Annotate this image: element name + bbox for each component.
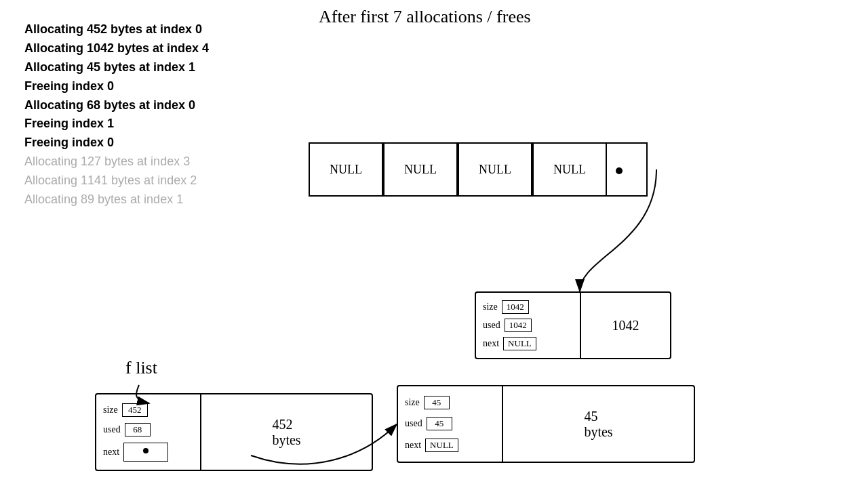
log-item-9: Allocating 89 bytes at index 1 [24,190,269,209]
flist-label: f list [125,358,157,378]
array-cell-0: NULL [309,142,383,197]
block-452: size 452 used 68 next 452bytes [95,393,373,471]
used-label: used [483,320,500,331]
array-row: NULL NULL NULL NULL [309,142,648,197]
meta-used-row: used 1042 [483,319,573,332]
array-cell-3: NULL [532,142,607,197]
45-next-label: next [405,440,421,451]
block-1042: size 1042 used 1042 next NULL 1042 [475,291,671,359]
log-panel: Allocating 452 bytes at index 0Allocatin… [24,20,269,209]
svg-point-1 [143,448,149,453]
log-item-7: Allocating 127 bytes at index 3 [24,152,269,171]
used-value: 1042 [505,319,532,332]
45-size-label: size [405,397,420,408]
452-used-value: 68 [125,423,151,436]
452-used-label: used [103,424,121,435]
log-item-4: Allocating 68 bytes at index 0 [24,96,269,115]
next-label: next [483,338,499,349]
45-used-label: used [405,418,422,429]
log-item-1: Allocating 1042 bytes at index 4 [24,39,269,58]
meta-size-row: size 1042 [483,300,573,314]
log-item-0: Allocating 452 bytes at index 0 [24,20,269,39]
log-item-8: Allocating 1141 bytes at index 2 [24,171,269,190]
meta-next-row: next NULL [483,337,573,350]
meta-452-used-row: used 68 [103,423,193,436]
meta-45-used-row: used 45 [405,417,495,430]
array-container: NULL NULL NULL NULL [309,142,648,197]
45-used-value: 45 [427,417,452,430]
meta-45-size-row: size 45 [405,396,495,409]
block-452-meta: size 452 used 68 next [96,394,201,470]
array-cell-1: NULL [383,142,458,197]
block-452-data: 452bytes [201,394,372,470]
page-title: After first 7 allocations / frees [319,7,531,27]
block-45-meta: size 45 used 45 next NULL [398,386,503,462]
svg-point-0 [616,167,623,174]
block-1042-data: 1042 [581,293,670,358]
452-next-label: next [103,447,119,458]
log-item-3: Freeing index 0 [24,77,269,96]
array-end-cap [607,142,648,197]
next-value: NULL [503,337,536,350]
452-size-label: size [103,405,118,415]
log-item-5: Freeing index 1 [24,115,269,134]
size-label: size [483,302,498,312]
meta-45-next-row: next NULL [405,439,495,452]
log-item-6: Freeing index 0 [24,134,269,152]
meta-452-next-row: next [103,443,193,462]
45-size-value: 45 [424,396,450,409]
block-45: size 45 used 45 next NULL 45bytes [397,385,695,463]
452-next-value [123,443,168,462]
array-cell-2: NULL [458,142,532,197]
452-size-value: 452 [122,403,148,417]
log-item-2: Allocating 45 bytes at index 1 [24,58,269,77]
block-45-data: 45bytes [503,386,694,462]
size-value: 1042 [502,300,529,314]
45-next-value: NULL [425,439,458,452]
block-1042-meta: size 1042 used 1042 next NULL [476,293,581,358]
meta-452-size-row: size 452 [103,403,193,417]
